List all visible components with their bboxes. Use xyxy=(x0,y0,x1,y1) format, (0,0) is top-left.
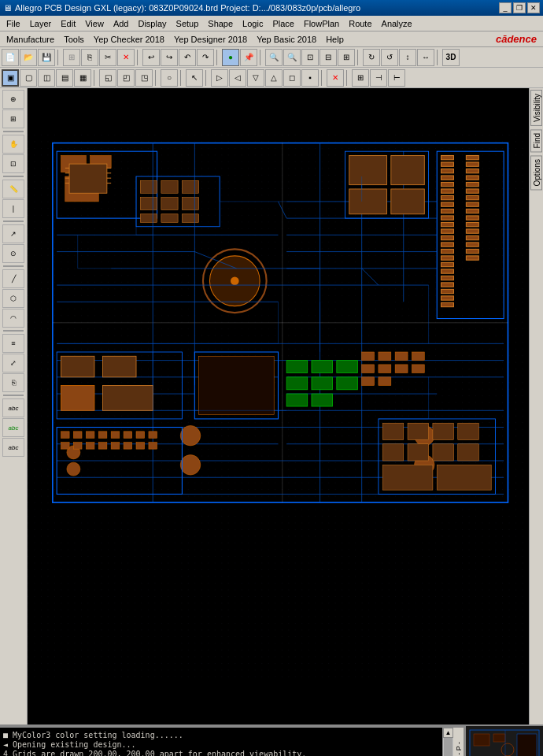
menu-yep-designer[interactable]: Yep Designer 2018 xyxy=(169,33,252,46)
tb-shape4[interactable]: △ xyxy=(265,69,283,87)
side-zoom-win[interactable]: ⊡ xyxy=(2,154,24,173)
tb-shape5[interactable]: ◻ xyxy=(283,69,301,87)
tb-pcb3[interactable]: ⊢ xyxy=(388,69,405,87)
tb-pcb2[interactable]: ⊣ xyxy=(370,69,387,87)
svg-rect-149 xyxy=(73,443,82,449)
canvas-area[interactable] xyxy=(28,88,529,724)
tb-undo[interactable]: ↩ xyxy=(142,49,160,66)
menu-route[interactable]: Route xyxy=(344,17,376,30)
side-text3[interactable]: abc xyxy=(2,438,24,457)
console-scrollbar[interactable]: ▲ ▼ xyxy=(442,728,453,756)
menu-logic[interactable]: Logic xyxy=(238,17,268,30)
side-add-poly[interactable]: ⬡ xyxy=(2,289,24,308)
tb-rot-ccw[interactable]: ↺ xyxy=(381,49,398,66)
tb-zoom-sel[interactable]: ⊞ xyxy=(338,49,355,66)
tb-cursor[interactable]: ↖ xyxy=(186,69,203,87)
svg-rect-160 xyxy=(458,423,479,439)
menu-display[interactable]: Display xyxy=(133,17,171,30)
side-text2[interactable]: abc xyxy=(2,418,24,437)
tb-shape3[interactable]: ▽ xyxy=(247,69,264,87)
menu-analyze[interactable]: Analyze xyxy=(377,17,417,30)
tb2-sep1 xyxy=(94,70,97,86)
tb-flip[interactable]: ↕ xyxy=(399,49,416,66)
tb-undo2[interactable]: ↶ xyxy=(179,49,196,66)
tb-circle[interactable]: ○ xyxy=(161,69,178,87)
tb-sel4[interactable]: ▤ xyxy=(56,69,73,87)
side-grid[interactable]: ⊞ xyxy=(2,109,24,128)
side-add-arc[interactable]: ◠ xyxy=(2,309,24,328)
menu-tools[interactable]: Tools xyxy=(59,33,89,46)
tb-shape6[interactable]: ▪ xyxy=(301,69,319,87)
scroll-up[interactable]: ▲ xyxy=(443,728,453,738)
tb-open[interactable]: 📂 xyxy=(20,49,37,66)
tb-grid[interactable]: ⊞ xyxy=(63,49,80,66)
tb-sel3[interactable]: ◫ xyxy=(38,69,55,87)
side-pan[interactable]: ✋ xyxy=(2,135,24,154)
svg-rect-169 xyxy=(474,734,489,746)
menu-shape[interactable]: Shape xyxy=(203,17,238,30)
tb-view2[interactable]: ◰ xyxy=(117,69,135,87)
tab-visibility[interactable]: Visibility xyxy=(530,90,542,126)
tb-sep4 xyxy=(260,50,263,65)
svg-rect-144 xyxy=(111,432,120,438)
tb-del-red[interactable]: ✕ xyxy=(327,69,344,87)
tb-save[interactable]: 💾 xyxy=(38,49,55,66)
tb-delete[interactable]: ✕ xyxy=(117,49,135,66)
scroll-track xyxy=(444,738,452,756)
tb-pcb1[interactable]: ⊞ xyxy=(352,69,369,87)
side-add-line[interactable]: ╱ xyxy=(2,269,24,288)
side-via[interactable]: ⊙ xyxy=(2,244,24,263)
tb-zoom-fit[interactable]: ⊡ xyxy=(301,49,319,66)
tb-zoom-prev[interactable]: ⊟ xyxy=(320,49,337,66)
side-prop[interactable]: ≡ xyxy=(2,334,24,353)
tb-rot-cw[interactable]: ↻ xyxy=(363,49,380,66)
side-copy2[interactable]: ⎘ xyxy=(2,373,24,392)
menu-setup[interactable]: Setup xyxy=(172,17,204,30)
tb-sel5[interactable]: ▦ xyxy=(74,69,91,87)
close-button[interactable]: ✕ xyxy=(527,2,540,13)
side-move[interactable]: ⤢ xyxy=(2,354,24,372)
tb-shape1[interactable]: ▷ xyxy=(211,69,228,87)
tb-ratsnest[interactable]: ● xyxy=(222,49,239,66)
tb-zoom-in[interactable]: 🔍 xyxy=(265,49,283,66)
tab-options[interactable]: Options xyxy=(530,155,542,190)
tb-view3[interactable]: ◳ xyxy=(135,69,153,87)
side-route[interactable]: ↗ xyxy=(2,224,24,243)
tb-copy[interactable]: ⎘ xyxy=(81,49,98,66)
menu-view[interactable]: View xyxy=(80,17,109,30)
tb-mirror[interactable]: ↔ xyxy=(417,49,434,66)
menu-help[interactable]: Help xyxy=(321,33,349,46)
side-ruler[interactable]: | xyxy=(2,199,24,218)
tab-find[interactable]: Find xyxy=(530,129,542,152)
tb-new[interactable]: 📄 xyxy=(2,49,19,66)
side-measure[interactable]: 📏 xyxy=(2,180,24,198)
tb-zoom-out[interactable]: 🔍 xyxy=(283,49,301,66)
svg-rect-48 xyxy=(466,169,478,172)
side-text1[interactable]: abc xyxy=(2,398,24,417)
menu-edit[interactable]: Edit xyxy=(56,17,80,30)
tb-redo2[interactable]: ↷ xyxy=(197,49,214,66)
menu-yep-basic[interactable]: Yep Basic 2018 xyxy=(252,33,321,46)
tb-3d[interactable]: 3D xyxy=(442,49,460,66)
tb-pin[interactable]: 📌 xyxy=(240,49,257,66)
menu-manufacture[interactable]: Manufacture xyxy=(2,33,59,46)
tb-view1[interactable]: ◱ xyxy=(99,69,116,87)
svg-rect-114 xyxy=(312,377,333,390)
tb-sel1[interactable]: ▣ xyxy=(2,69,19,87)
menu-place[interactable]: Place xyxy=(268,17,299,30)
restore-button[interactable]: ❐ xyxy=(513,2,526,13)
menu-flowplan[interactable]: FlowPlan xyxy=(299,17,344,30)
menu-file[interactable]: File xyxy=(2,17,25,30)
menu-add[interactable]: Add xyxy=(109,17,134,30)
svg-rect-64 xyxy=(161,180,178,193)
tb-cut[interactable]: ✂ xyxy=(99,49,116,66)
menu-yep-checker[interactable]: Yep Checker 2018 xyxy=(89,33,169,46)
menu-layer[interactable]: Layer xyxy=(25,17,57,30)
tb-redo[interactable]: ↪ xyxy=(161,49,178,66)
tb-shape2[interactable]: ◁ xyxy=(229,69,246,87)
tb-sel2[interactable]: ▢ xyxy=(20,69,37,87)
svg-rect-24 xyxy=(441,162,454,166)
tb2-sep5 xyxy=(321,70,324,86)
side-snap[interactable]: ⊕ xyxy=(2,90,24,109)
minimize-button[interactable]: _ xyxy=(499,2,512,13)
